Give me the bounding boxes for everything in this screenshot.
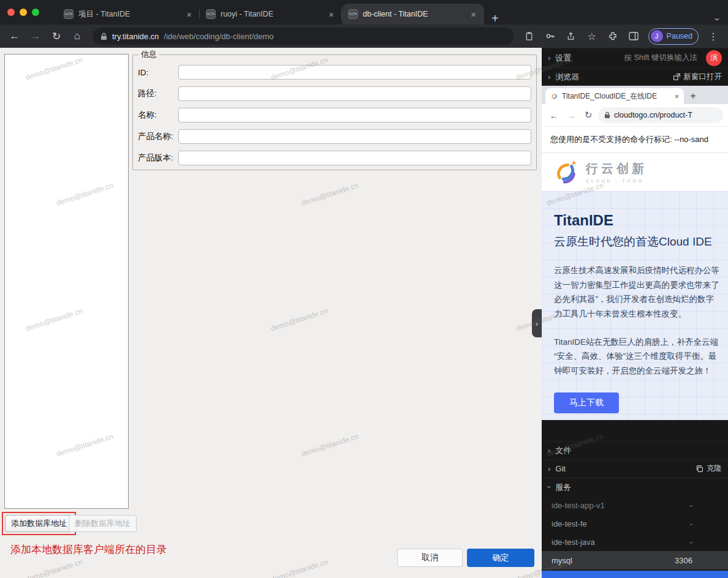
forward-icon[interactable]: → xyxy=(564,110,578,121)
forward-icon[interactable]: → xyxy=(27,28,44,45)
cloudtogo-logo-icon xyxy=(552,158,580,186)
annotation-highlight-box: 添加数据库地址 xyxy=(2,512,76,535)
url-path: /ide/web/coding/db-client/demo xyxy=(164,32,273,41)
back-icon[interactable]: ← xyxy=(6,28,23,45)
extensions-puzzle-icon[interactable] xyxy=(604,28,621,44)
service-port: - xyxy=(690,501,718,510)
inner-browser-tab[interactable]: TitanIDE_CloudIDE_在线IDE × xyxy=(545,88,684,104)
paragraph-line: TitanIDE站在无数巨人的肩膀上，补齐全云端 xyxy=(554,335,728,350)
git-clone-button[interactable]: 克隆 xyxy=(696,464,722,474)
new-tab-button[interactable]: + xyxy=(484,12,506,24)
name-input[interactable] xyxy=(178,108,531,122)
share-icon[interactable] xyxy=(563,28,580,44)
chevron-right-icon: › xyxy=(548,446,550,455)
path-input[interactable] xyxy=(178,86,531,101)
panel-expand-handle[interactable]: › xyxy=(532,309,542,337)
titanide-favicon-icon: </> xyxy=(206,9,216,19)
tab-label: db-client - TitanIDE xyxy=(363,10,464,18)
service-name: ide-test-fe xyxy=(552,519,587,528)
address-bar[interactable]: try.titanide.cn/ide/web/coding/db-client… xyxy=(93,28,514,45)
delete-database-button[interactable]: 删除数据库地址 xyxy=(69,515,137,532)
home-icon[interactable]: ⌂ xyxy=(69,28,86,45)
titanide-hero: TitanIDE 云原生时代您的首选Cloud IDE 云原生技术高速发展和后疫… xyxy=(542,191,728,420)
service-name: mysql xyxy=(552,556,572,565)
inner-url: cloudtogo.cn/product-T xyxy=(614,111,692,119)
panel-spacer xyxy=(542,420,728,441)
service-name: ide-test-java xyxy=(552,538,595,547)
name-label: 名称: xyxy=(138,110,178,121)
tab-label: 项目 - TitanIDE xyxy=(78,9,180,20)
cloudtogo-favicon-icon xyxy=(550,92,558,100)
id-input[interactable] xyxy=(178,65,531,80)
clone-icon xyxy=(696,465,703,473)
paragraph-line: 必先利其器”，我们开发者在创造灿烂的数字 xyxy=(554,292,728,307)
chevron-right-icon: › xyxy=(548,53,550,62)
demo-badge: 演 xyxy=(706,50,722,66)
lock-icon xyxy=(100,32,107,40)
tab-close-icon[interactable]: × xyxy=(469,9,478,20)
open-external-icon xyxy=(673,73,681,81)
open-new-window-button[interactable]: 新窗口打开 xyxy=(673,72,722,82)
new-tab-button[interactable]: + xyxy=(684,90,702,104)
files-section-header[interactable]: › 文件 xyxy=(542,441,728,459)
id-label: ID: xyxy=(138,68,178,77)
git-label: Git xyxy=(555,464,566,473)
path-label: 路径: xyxy=(138,88,178,99)
service-port: - xyxy=(690,538,718,547)
product-name-input[interactable] xyxy=(178,129,531,144)
reload-icon[interactable]: ↻ xyxy=(48,28,65,45)
service-row-mysql[interactable]: mysql 3306 xyxy=(542,551,728,569)
side-panel-icon[interactable] xyxy=(625,28,642,44)
back-icon[interactable]: ← xyxy=(547,110,561,121)
files-label: 文件 xyxy=(555,445,571,456)
form-row: 产品名称: xyxy=(138,129,531,144)
inner-browser-toolbar: ← → ↻ cloudtogo.cn/product-T xyxy=(542,104,728,126)
service-row[interactable]: ide-test-app-v1 - xyxy=(542,496,728,514)
paragraph-line: 力工具几十年未曾发生根本性改变。 xyxy=(554,307,728,321)
clipboard-icon[interactable] xyxy=(521,28,538,44)
db-client-app: 信息 ID: 路径: 名称: 产品名称: 产品版本 xyxy=(0,48,542,578)
page-content: 信息 ID: 路径: 名称: 产品名称: 产品版本 xyxy=(0,48,728,578)
tab-search-chevron-icon[interactable]: › xyxy=(713,18,723,21)
menu-dots-icon[interactable]: ⋮ xyxy=(705,28,722,44)
form-row: ID: xyxy=(138,65,531,80)
tab-close-icon[interactable]: × xyxy=(327,9,336,20)
info-fieldset: 信息 ID: 路径: 名称: 产品名称: 产品版本 xyxy=(132,49,537,170)
cloudtogo-logo: 行云创新 CLOUD · TOGO xyxy=(542,153,728,191)
product-version-input[interactable] xyxy=(178,151,531,165)
chevron-right-icon: › xyxy=(548,464,550,473)
bookmark-star-icon[interactable]: ☆ xyxy=(583,28,601,44)
git-section-header[interactable]: › Git 克隆 xyxy=(542,459,728,478)
minimize-window-icon[interactable] xyxy=(20,9,27,16)
tab-close-icon[interactable]: × xyxy=(674,92,679,101)
service-row[interactable]: ide-test-fe - xyxy=(542,514,728,533)
hero-subtitle: 云原生时代您的首选Cloud IDE xyxy=(554,234,728,250)
inner-address-bar[interactable]: cloudtogo.cn/product-T xyxy=(598,107,723,123)
browser-tab-project[interactable]: </> 项目 - TitanIDE × xyxy=(58,4,200,24)
service-name: ide-test-app-v1 xyxy=(552,501,605,510)
password-key-icon[interactable] xyxy=(542,28,559,44)
close-window-icon[interactable] xyxy=(7,9,15,16)
settings-section-header[interactable]: › 设置 按 Shift 键切换输入法 演 xyxy=(542,48,728,67)
reload-icon[interactable]: ↻ xyxy=(581,110,596,121)
form-row: 名称: xyxy=(138,108,531,122)
ide-status-strip xyxy=(542,571,728,578)
cancel-button[interactable]: 取消 xyxy=(397,549,463,567)
add-database-button[interactable]: 添加数据库地址 xyxy=(5,515,73,532)
services-section-header[interactable]: › 服务 xyxy=(542,478,728,496)
download-now-button[interactable]: 马上下载 xyxy=(554,392,619,413)
browser-tab-db-client[interactable]: </> db-client - TitanIDE × xyxy=(342,4,484,24)
tab-close-icon[interactable]: × xyxy=(184,9,194,20)
maximize-window-icon[interactable] xyxy=(32,9,39,16)
browser-section-header[interactable]: › 浏览器 新窗口打开 xyxy=(542,67,728,86)
service-port: 3306 xyxy=(675,556,718,565)
window-controls xyxy=(0,9,48,16)
browser-window: </> 项目 - TitanIDE × </> ruoyi - TitanIDE… xyxy=(0,0,728,578)
browser-tab-ruoyi[interactable]: </> ruoyi - TitanIDE × xyxy=(200,4,342,24)
titanide-favicon-icon: </> xyxy=(64,9,74,19)
tabs: </> 项目 - TitanIDE × </> ruoyi - TitanIDE… xyxy=(48,0,728,24)
database-address-list[interactable] xyxy=(4,54,129,509)
service-row[interactable]: ide-test-java - xyxy=(542,533,728,551)
confirm-button[interactable]: 确定 xyxy=(467,549,534,567)
profile-chip[interactable]: J Paused xyxy=(648,28,699,45)
